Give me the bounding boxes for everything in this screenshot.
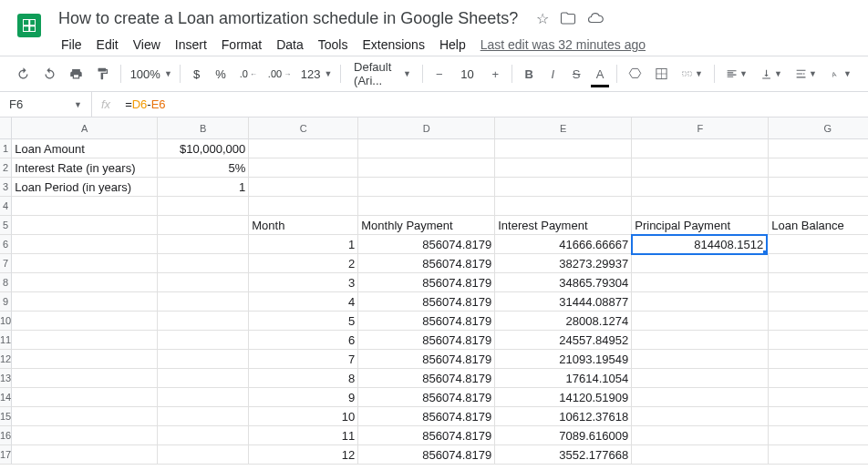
cell-F12[interactable] [632,350,769,369]
cell-A13[interactable] [12,369,158,388]
row-header-14[interactable]: 14 [0,388,12,407]
cell-G17[interactable] [769,445,868,465]
menu-file[interactable]: File [55,34,88,56]
menu-edit[interactable]: Edit [90,34,125,56]
cell-F6[interactable]: 814408.1512 [631,234,768,255]
cell-C11[interactable]: 6 [249,331,358,350]
cell-E14[interactable]: 14120.51909 [495,388,632,407]
cell-A4[interactable] [12,197,158,216]
cell-C10[interactable]: 5 [249,312,358,331]
cell-D17[interactable]: 856074.8179 [358,445,495,465]
cell-A3[interactable]: Loan Period (in years) [12,178,158,197]
cell-D12[interactable]: 856074.8179 [358,350,495,369]
menu-format[interactable]: Format [215,34,268,56]
cell-F16[interactable] [632,426,769,445]
cell-E17[interactable]: 3552.177668 [495,445,632,465]
cell-G1[interactable] [769,139,868,158]
cell-E16[interactable]: 7089.616009 [495,426,632,445]
cell-A14[interactable] [12,388,158,407]
cell-A9[interactable] [12,292,158,312]
document-title[interactable]: How to create a Loan amortization schedu… [55,7,522,30]
name-box[interactable]: F6▼ [0,97,91,111]
cell-G2[interactable] [769,158,868,178]
cell-B9[interactable] [158,292,249,312]
select-all-corner[interactable] [0,118,12,139]
menu-extensions[interactable]: Extensions [356,34,430,56]
currency-button[interactable]: $ [186,62,208,86]
redo-button[interactable] [37,62,62,86]
cell-B12[interactable] [158,350,249,369]
cell-C13[interactable]: 8 [249,369,358,388]
cell-B6[interactable] [158,235,249,254]
italic-button[interactable]: I [542,62,563,86]
cell-E1[interactable] [495,139,632,158]
cell-G16[interactable] [769,426,868,445]
cell-C17[interactable]: 12 [249,445,358,465]
cell-E3[interactable] [495,178,632,197]
cell-A10[interactable] [12,312,158,331]
cell-D13[interactable]: 856074.8179 [358,369,495,388]
cell-E10[interactable]: 28008.1274 [495,312,632,331]
cell-C7[interactable]: 2 [249,254,358,273]
cell-D2[interactable] [358,158,495,178]
cell-C6[interactable]: 1 [249,235,358,254]
font-size-decrease[interactable]: − [429,62,450,86]
strikethrough-button[interactable]: S [565,62,587,86]
row-header-8[interactable]: 8 [0,273,12,292]
row-header-15[interactable]: 15 [0,407,12,426]
cell-B11[interactable] [158,331,249,350]
col-header-A[interactable]: A [12,118,158,139]
cell-D8[interactable]: 856074.8179 [358,273,495,292]
v-align-button[interactable]: ▼ [755,62,788,86]
cell-B14[interactable] [158,388,249,407]
cell-D3[interactable] [358,178,495,197]
row-header-3[interactable]: 3 [0,178,12,197]
cell-D6[interactable]: 856074.8179 [358,235,495,254]
cell-D1[interactable] [358,139,495,158]
cell-G15[interactable] [769,407,868,426]
cell-G6[interactable] [767,235,868,254]
cell-D5[interactable]: Monthly Payment [358,216,495,235]
cell-E7[interactable]: 38273.29937 [495,254,632,273]
percent-button[interactable]: % [210,62,232,86]
bold-button[interactable]: B [518,62,540,86]
cell-G10[interactable] [769,312,868,331]
cell-F4[interactable] [632,197,769,216]
cell-E5[interactable]: Interest Payment [495,216,632,235]
text-color-button[interactable]: A [589,62,611,86]
row-header-11[interactable]: 11 [0,331,12,350]
cell-E13[interactable]: 17614.1054 [495,369,632,388]
row-header-2[interactable]: 2 [0,158,12,178]
col-header-G[interactable]: G [769,118,868,139]
font-size-increase[interactable]: + [484,62,506,86]
cell-F15[interactable] [632,407,769,426]
cell-B2[interactable]: 5% [158,158,249,178]
menu-help[interactable]: Help [433,34,472,56]
cell-A1[interactable]: Loan Amount [12,139,158,158]
cell-A8[interactable] [12,273,158,292]
move-icon[interactable] [560,10,576,30]
cell-F14[interactable] [632,388,769,407]
increase-decimal-button[interactable]: .00→ [263,62,294,86]
more-formats-button[interactable]: 123▼ [296,62,335,86]
cell-F7[interactable] [632,254,769,273]
font-family-dropdown[interactable]: Default (Ari...▼ [346,62,417,86]
cell-F13[interactable] [632,369,769,388]
cell-A15[interactable] [12,407,158,426]
cell-C4[interactable] [249,197,358,216]
cell-C8[interactable]: 3 [249,273,358,292]
cell-C5[interactable]: Month [249,216,358,235]
cell-C12[interactable]: 7 [249,350,358,369]
cell-G5[interactable]: Loan Balance [769,216,868,235]
menu-view[interactable]: View [127,34,167,56]
row-header-6[interactable]: 6 [0,235,12,254]
cell-D7[interactable]: 856074.8179 [358,254,495,273]
cell-F8[interactable] [632,273,769,292]
formula-input[interactable]: =D6-E6 [119,97,170,111]
row-header-5[interactable]: 5 [0,216,12,235]
menu-insert[interactable]: Insert [169,34,213,56]
cell-G9[interactable] [769,292,868,312]
cell-B17[interactable] [158,445,249,465]
wrap-button[interactable]: ▼ [790,62,822,86]
cell-D15[interactable]: 856074.8179 [358,407,495,426]
